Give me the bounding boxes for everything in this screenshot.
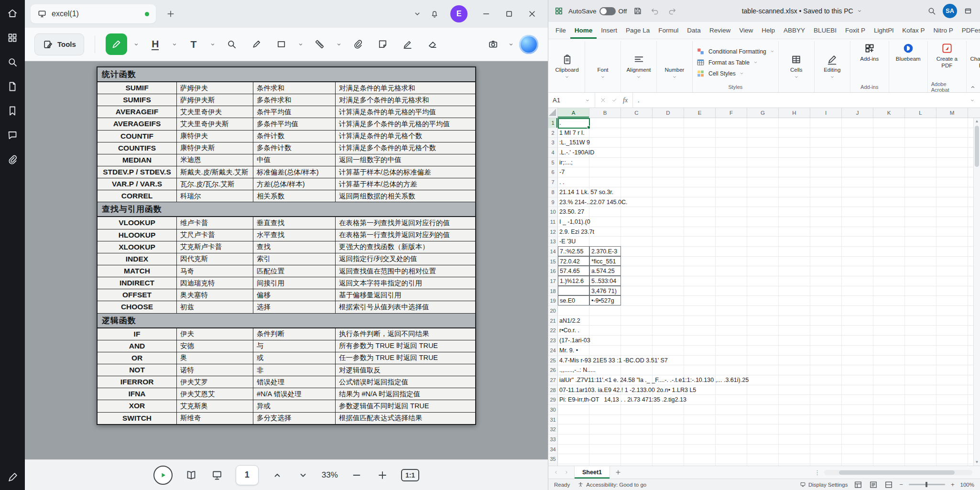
cell-b17[interactable]: 5..533:04 <box>589 276 621 286</box>
sidebar-button-search[interactable] <box>7 56 18 68</box>
row-cells-14[interactable]: 7.:%2.552.370.E-3 <box>558 247 973 256</box>
cell-a12[interactable]: 2.9. Ezi 23.7t <box>559 227 594 237</box>
ribbon-button-editing[interactable]: Editing <box>818 54 847 80</box>
document-canvas[interactable]: 统计函数SUMIF萨姆伊夫条件求和对满足条件的单元格求和SUMIFS萨姆伊夫斯多… <box>25 61 548 459</box>
cell-a15[interactable]: 72.0.42 <box>558 256 589 266</box>
column-header-e[interactable]: E <box>684 108 716 118</box>
name-box[interactable]: A1 <box>548 93 595 108</box>
row-cells-21[interactable]: aN1/2.2 <box>558 316 973 326</box>
column-header-g[interactable]: G <box>747 108 779 118</box>
row-header-18[interactable]: 18 <box>548 286 558 296</box>
ribbon-button-format-as-table[interactable]: Format as Table <box>696 58 775 67</box>
account-avatar[interactable]: SA <box>943 4 957 18</box>
cell-a10[interactable]: 23.50. 27 <box>559 207 584 217</box>
cell-a29[interactable]: Pi: E9-irr,th-OT 14,13 . . 2i.73 471:35 … <box>559 395 686 405</box>
cell-a2[interactable]: 1 MI 7 r I. <box>559 128 585 138</box>
cell-a9[interactable]: 23.% 214-..22.07 145.0C. <box>559 197 627 207</box>
ribbon-button-clipboard[interactable]: Clipboard <box>553 54 581 80</box>
collapse-ribbon-icon[interactable] <box>969 84 976 90</box>
page-number-box[interactable]: 1 <box>236 465 259 485</box>
cell-a1[interactable]: . <box>559 118 561 128</box>
horizontal-scrollbar-thumb[interactable] <box>839 470 955 475</box>
horizontal-scrollbar[interactable] <box>824 470 972 475</box>
ribbon-tab-pdfesc[interactable]: PDFesc <box>958 22 980 39</box>
pen-tool[interactable] <box>247 34 267 54</box>
highlight-tool-chevron-icon[interactable] <box>171 41 178 48</box>
cell-b18[interactable]: 3,476 71) <box>589 286 621 296</box>
sidebar-button-comment[interactable] <box>7 130 18 141</box>
row-header-10[interactable]: 10 <box>548 207 558 217</box>
reading-mode-button[interactable] <box>184 468 198 482</box>
ribbon-tab-lightpl[interactable]: LightPl <box>870 22 898 39</box>
row-header-36[interactable]: 36 <box>548 464 558 466</box>
row-cells-4[interactable]: .L.-.' -190AID <box>558 148 973 157</box>
row-cells-12[interactable]: 2.9. Ezi 23.7t <box>558 227 973 237</box>
zoom-out-button[interactable] <box>349 468 364 482</box>
pen-logo-icon[interactable] <box>7 472 18 483</box>
sidebar-button-document[interactable] <box>7 81 18 92</box>
presentation-play-button[interactable] <box>153 466 173 485</box>
row-header-9[interactable]: 9 <box>548 197 558 207</box>
column-header-k[interactable]: K <box>873 108 905 118</box>
row-header-30[interactable]: 30 <box>548 405 558 414</box>
row-header-22[interactable]: 22 <box>548 326 558 335</box>
ribbon-button-cell-styles[interactable]: Cell Styles <box>696 69 775 78</box>
sheet-tab-sheet1[interactable]: Sheet1 <box>574 466 610 479</box>
row-header-1[interactable]: 1 <box>548 118 558 128</box>
page-break-view-icon[interactable] <box>884 480 893 490</box>
zoom-slider[interactable] <box>909 484 945 485</box>
zoom-percent[interactable]: 100% <box>960 482 974 488</box>
row-header-32[interactable]: 32 <box>548 425 558 434</box>
ribbon-tab-formul[interactable]: Formul <box>654 22 683 39</box>
row-header-14[interactable]: 14 <box>548 247 558 256</box>
ribbon-tab-help[interactable]: Help <box>757 22 779 39</box>
row-header-29[interactable]: 29 <box>548 395 558 404</box>
cell-b15[interactable]: *ficc_551 <box>589 256 621 266</box>
ribbon-button-cells[interactable]: Cells <box>782 54 811 80</box>
text-tool-chevron-icon[interactable] <box>209 41 216 48</box>
avatar[interactable]: E <box>450 5 468 22</box>
ai-assistant-button[interactable] <box>519 35 538 54</box>
row-cells-11[interactable]: I _ -1,01).(0 <box>558 217 973 227</box>
close-button[interactable] <box>522 5 542 22</box>
ribbon-button-number[interactable]: Number <box>660 54 689 80</box>
notifications-button[interactable] <box>427 7 442 21</box>
undo-button[interactable] <box>649 5 661 17</box>
cell-a4[interactable]: .L.-.' -190AID <box>559 148 594 158</box>
zoom-in-control[interactable]: + <box>951 481 955 488</box>
row-header-33[interactable]: 33 <box>548 435 558 444</box>
column-header-c[interactable]: C <box>621 108 653 118</box>
cell-a22[interactable]: r•Co.r. . <box>559 326 579 336</box>
column-header-b[interactable]: B <box>589 108 621 118</box>
row-header-15[interactable]: 15 <box>548 257 558 266</box>
row-cells-15[interactable]: 72.0.42*ficc_551 <box>558 257 973 266</box>
tools-button[interactable]: Tools <box>34 33 84 55</box>
row-cells-25[interactable]: 4.7-Mis r-93 21E5 33 :1 -BC.OD 3.51' S7 <box>558 356 973 365</box>
tab-list-button[interactable] <box>410 7 425 21</box>
cell-a19[interactable]: se.E0 <box>558 295 589 305</box>
page-layout-view-icon[interactable] <box>869 480 878 490</box>
row-header-13[interactable]: 13 <box>548 237 558 246</box>
row-cells-30[interactable] <box>558 405 973 414</box>
vertical-scrollbar-thumb[interactable] <box>975 126 979 167</box>
row-cells-27[interactable]: ialUr" .Z7V11:11'.<1 e. 24.58 "la ._ _F.… <box>558 375 973 385</box>
next-page-button[interactable] <box>296 468 310 482</box>
row-cells-2[interactable]: 1 MI 7 r I. <box>558 128 973 138</box>
workbook-title-area[interactable]: table-scanned.xlsx • Saved to this PC <box>683 7 921 15</box>
cell-a23[interactable]: (17-.1ari-03 <box>559 336 590 346</box>
shape-tool[interactable] <box>272 34 292 54</box>
window-controls-button[interactable] <box>962 5 974 17</box>
cell-a17[interactable]: 1.)%12.6 <box>558 276 589 286</box>
ribbon-button-create-a-pdf[interactable]: Create a PDF <box>931 42 963 69</box>
row-header-28[interactable]: 28 <box>548 385 558 395</box>
sidebar-button-attachment[interactable] <box>7 154 18 165</box>
row-header-3[interactable]: 3 <box>548 138 558 147</box>
cell-a28[interactable]: 07-11.1ar103. ia.E9 42.! 1 -2.133.00 2o.… <box>559 385 696 395</box>
row-header-21[interactable]: 21 <box>548 316 558 326</box>
row-header-7[interactable]: 7 <box>548 177 558 187</box>
actual-size-button[interactable]: 1:1 <box>401 469 419 481</box>
row-header-17[interactable]: 17 <box>548 276 558 286</box>
cell-a8[interactable]: 21.14 1 Lk. 57 so.3r. <box>559 187 613 197</box>
row-header-20[interactable]: 20 <box>548 306 558 316</box>
row-cells-20[interactable] <box>558 306 973 316</box>
